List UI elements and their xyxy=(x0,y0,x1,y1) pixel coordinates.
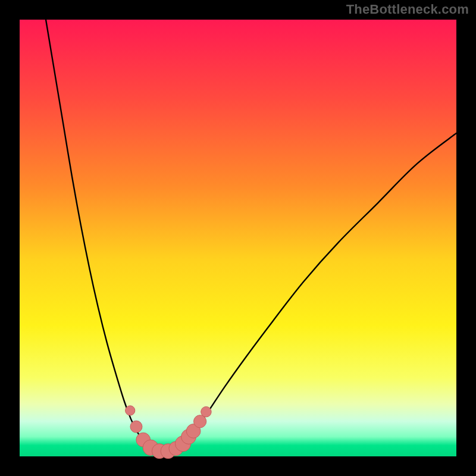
curve-marker xyxy=(201,406,211,416)
chart-stage: TheBottleneck.com xyxy=(0,0,476,476)
curve-marker xyxy=(130,421,142,433)
watermark-text: TheBottleneck.com xyxy=(346,2,469,17)
plot-background xyxy=(20,20,456,456)
bottleneck-chart xyxy=(0,0,476,476)
curve-marker xyxy=(126,406,135,415)
